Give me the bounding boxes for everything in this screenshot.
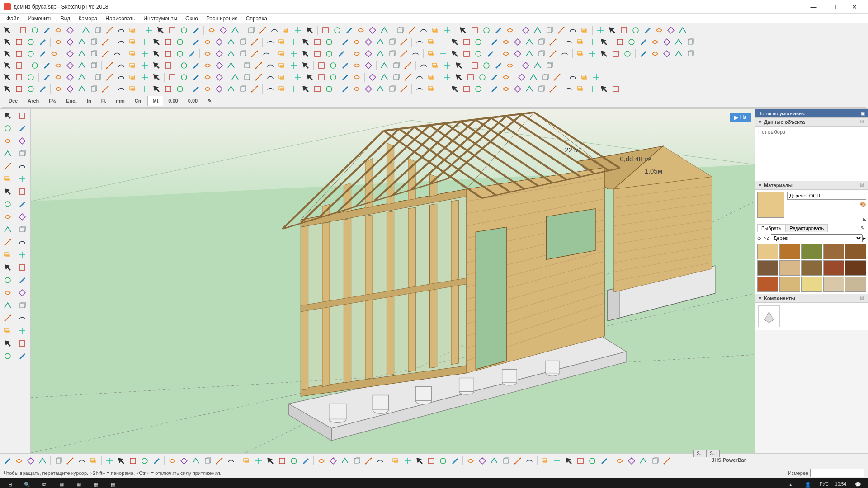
toolbar-icon[interactable] bbox=[29, 60, 40, 71]
toolbar-icon[interactable] bbox=[2, 48, 13, 59]
unit-tab-f½[interactable]: F½ bbox=[44, 96, 61, 106]
toolbar-icon[interactable] bbox=[626, 37, 637, 47]
toolbar-icon[interactable] bbox=[277, 60, 288, 71]
toolbar-icon[interactable] bbox=[544, 60, 555, 71]
toolbar-icon[interactable] bbox=[363, 84, 374, 94]
toolbar-icon[interactable] bbox=[402, 60, 413, 71]
toolbar-icon[interactable] bbox=[638, 48, 649, 59]
toolbar-icon[interactable] bbox=[340, 72, 350, 83]
tray-chevron-icon[interactable]: ▴ bbox=[783, 478, 799, 488]
toolbar-icon[interactable] bbox=[324, 84, 335, 94]
toolbar-icon[interactable] bbox=[665, 25, 676, 36]
toolbar-icon[interactable] bbox=[253, 72, 264, 83]
toolbar-icon[interactable] bbox=[500, 455, 511, 466]
toolbar-icon[interactable] bbox=[406, 25, 417, 36]
toolbar-icon[interactable] bbox=[190, 25, 201, 36]
toolbar-icon[interactable] bbox=[442, 25, 453, 36]
toolbar-icon[interactable] bbox=[277, 37, 288, 47]
toolbar-icon[interactable] bbox=[532, 60, 543, 71]
toolbar-icon[interactable] bbox=[469, 60, 480, 71]
toolbar-icon[interactable] bbox=[100, 48, 111, 59]
material-swatch[interactable] bbox=[845, 244, 866, 259]
side-tool-icon[interactable] bbox=[1, 211, 14, 223]
toolbar-icon[interactable] bbox=[552, 72, 562, 83]
toolbar-icon[interactable] bbox=[414, 455, 425, 466]
toolbar-icon[interactable] bbox=[127, 72, 138, 83]
component-preview[interactable] bbox=[758, 305, 780, 327]
toolbar-icon[interactable] bbox=[25, 455, 36, 466]
side-tool-icon[interactable] bbox=[1, 122, 14, 134]
toolbar-icon[interactable] bbox=[25, 72, 36, 83]
toolbar-icon[interactable] bbox=[41, 25, 52, 36]
toolbar-icon[interactable] bbox=[398, 48, 409, 59]
toolbar-icon[interactable] bbox=[540, 72, 551, 83]
toolbar-icon[interactable] bbox=[29, 25, 40, 36]
toolbar-icon[interactable] bbox=[375, 37, 386, 47]
entity-info-header[interactable]: ▼ Данные объекта ☒ bbox=[755, 117, 868, 127]
toolbar-icon[interactable] bbox=[567, 72, 578, 83]
toolbar-icon[interactable] bbox=[186, 48, 197, 59]
task-view-icon[interactable]: ⧉ bbox=[36, 478, 52, 488]
unit-tab-0.00[interactable]: 0.00 bbox=[163, 96, 183, 106]
toolbar-icon[interactable] bbox=[202, 455, 213, 466]
toolbar-icon[interactable] bbox=[179, 25, 189, 36]
toolbar-icon[interactable] bbox=[151, 455, 162, 466]
toolbar-icon[interactable] bbox=[430, 25, 441, 36]
material-swatch[interactable] bbox=[801, 277, 822, 292]
toolbar-icon[interactable] bbox=[500, 84, 511, 94]
toolbar-icon[interactable] bbox=[249, 37, 260, 47]
toolbar-icon[interactable] bbox=[387, 84, 397, 94]
side-tool-icon[interactable] bbox=[1, 300, 14, 311]
side-tool-icon[interactable] bbox=[15, 338, 29, 349]
toolbar-icon[interactable] bbox=[25, 84, 36, 94]
toolbar-icon[interactable] bbox=[18, 25, 28, 36]
toolbar-icon[interactable] bbox=[104, 25, 115, 36]
toolbar-icon[interactable] bbox=[363, 455, 374, 466]
toolbar-icon[interactable] bbox=[226, 60, 236, 71]
toolbar-icon[interactable] bbox=[116, 25, 127, 36]
toolbar-icon[interactable] bbox=[127, 37, 138, 47]
toolbar-icon[interactable] bbox=[202, 60, 213, 71]
toolbar-icon[interactable] bbox=[292, 25, 303, 36]
toolbar-icon[interactable] bbox=[465, 455, 476, 466]
toolbar-icon[interactable] bbox=[661, 37, 672, 47]
toolbar-icon[interactable] bbox=[391, 60, 401, 71]
side-tool-icon[interactable] bbox=[15, 173, 29, 185]
toolbar-icon[interactable] bbox=[163, 84, 174, 94]
side-tool-icon[interactable] bbox=[15, 325, 29, 337]
toolbar-icon[interactable] bbox=[442, 72, 453, 83]
toolbar-icon[interactable] bbox=[163, 60, 174, 71]
toolbar-icon[interactable] bbox=[214, 455, 225, 466]
toolbar-icon[interactable] bbox=[214, 72, 225, 83]
toolbar-icon[interactable] bbox=[202, 72, 213, 83]
toolbar-icon[interactable] bbox=[151, 84, 162, 94]
toolbar-icon[interactable] bbox=[481, 25, 492, 36]
toolbar-icon[interactable] bbox=[88, 48, 99, 59]
toolbar-icon[interactable] bbox=[253, 455, 264, 466]
toolbar-icon[interactable] bbox=[190, 37, 201, 47]
toolbar-icon[interactable] bbox=[277, 72, 288, 83]
toolbar-icon[interactable] bbox=[489, 84, 500, 94]
toolbar-icon[interactable] bbox=[80, 25, 91, 36]
measurements-input[interactable] bbox=[810, 469, 864, 477]
side-tool-icon[interactable] bbox=[15, 198, 29, 210]
toolbar-icon[interactable] bbox=[477, 72, 488, 83]
toolbar-icon[interactable] bbox=[116, 72, 127, 83]
3d-viewport[interactable]: ▶ На bbox=[31, 109, 755, 453]
toolbar-icon[interactable] bbox=[524, 455, 535, 466]
toolbar-icon[interactable] bbox=[65, 25, 75, 36]
toolbar-icon[interactable] bbox=[179, 72, 189, 83]
toolbar-icon[interactable] bbox=[351, 84, 362, 94]
toolbar-icon[interactable] bbox=[190, 60, 201, 71]
toolbar-icon[interactable] bbox=[226, 455, 236, 466]
toolbar-icon[interactable] bbox=[241, 455, 252, 466]
toolbar-icon[interactable] bbox=[49, 48, 60, 59]
toolbar-icon[interactable] bbox=[288, 37, 299, 47]
toolbar-icon[interactable] bbox=[88, 84, 99, 94]
toolbar-icon[interactable] bbox=[587, 455, 598, 466]
search-icon[interactable]: 🔍 bbox=[19, 478, 35, 488]
toolbar-icon[interactable] bbox=[245, 25, 256, 36]
toolbar-icon[interactable] bbox=[88, 37, 99, 47]
material-swatch[interactable] bbox=[779, 277, 801, 292]
toolbar-icon[interactable] bbox=[524, 48, 535, 59]
